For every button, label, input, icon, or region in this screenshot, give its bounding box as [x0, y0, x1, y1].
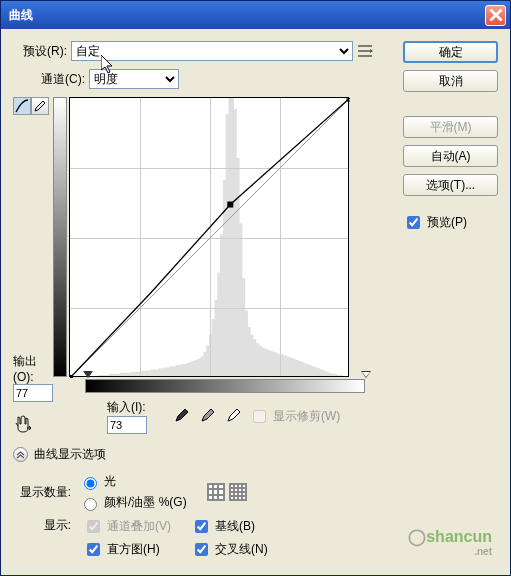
show-label: 显示:	[13, 517, 71, 534]
preview-checkbox[interactable]: 预览(P)	[403, 213, 498, 232]
light-radio[interactable]: 光	[79, 473, 187, 490]
close-button[interactable]	[485, 5, 506, 26]
smooth-button[interactable]: 平滑(M)	[403, 116, 498, 138]
pigment-radio[interactable]: 颜料/油墨 %(G)	[79, 494, 187, 511]
channel-label: 通道(C):	[41, 71, 85, 88]
ok-button[interactable]: 确定	[403, 41, 498, 63]
cancel-button[interactable]: 取消	[403, 70, 498, 92]
amount-label: 显示数量:	[13, 484, 71, 501]
channel-overlay-checkbox[interactable]: 通道叠加(V)	[83, 517, 171, 536]
x-gradient	[85, 379, 365, 393]
black-eyedropper-icon[interactable]	[173, 406, 191, 427]
output-label: 输出(O):	[13, 353, 49, 384]
curves-graph[interactable]	[69, 97, 349, 377]
histogram-checkbox[interactable]: 直方图(H)	[83, 540, 171, 559]
input-field[interactable]	[107, 416, 147, 434]
curve-line	[70, 98, 350, 378]
grid-fine-icon[interactable]	[229, 483, 247, 501]
collapse-options-icon[interactable]	[13, 447, 28, 462]
hand-tool-icon[interactable]	[13, 414, 33, 434]
preset-menu-icon[interactable]	[357, 43, 373, 59]
svg-rect-1	[70, 375, 73, 378]
input-label: 输入(I):	[107, 399, 147, 416]
svg-rect-2	[227, 202, 233, 208]
svg-line-0	[70, 98, 350, 378]
curve-tool-toggle	[13, 97, 49, 115]
mouse-cursor	[101, 55, 117, 77]
curve-point-tool[interactable]	[13, 97, 31, 115]
output-field[interactable]	[13, 384, 53, 402]
y-gradient	[53, 97, 67, 377]
white-point-slider[interactable]	[361, 371, 371, 378]
black-point-slider[interactable]	[83, 371, 93, 378]
gray-eyedropper-icon[interactable]	[199, 406, 217, 427]
auto-button[interactable]: 自动(A)	[403, 145, 498, 167]
white-eyedropper-icon[interactable]	[225, 406, 243, 427]
watermark: ◯shancun .net	[408, 527, 492, 557]
display-options-header: 曲线显示选项	[34, 446, 106, 463]
show-clipping-checkbox[interactable]: 显示修剪(W)	[249, 407, 340, 426]
curves-dialog: 曲线 预设(R): 自定 通道(C): 明度	[0, 0, 511, 576]
options-button[interactable]: 选项(T)...	[403, 174, 498, 196]
curve-pencil-tool[interactable]	[31, 97, 49, 115]
grid-coarse-icon[interactable]	[207, 483, 225, 501]
titlebar[interactable]: 曲线	[1, 1, 510, 29]
intersect-checkbox[interactable]: 交叉线(N)	[191, 540, 268, 559]
baseline-checkbox[interactable]: 基线(B)	[191, 517, 268, 536]
window-title: 曲线	[9, 7, 33, 24]
preset-label: 预设(R):	[13, 43, 67, 60]
